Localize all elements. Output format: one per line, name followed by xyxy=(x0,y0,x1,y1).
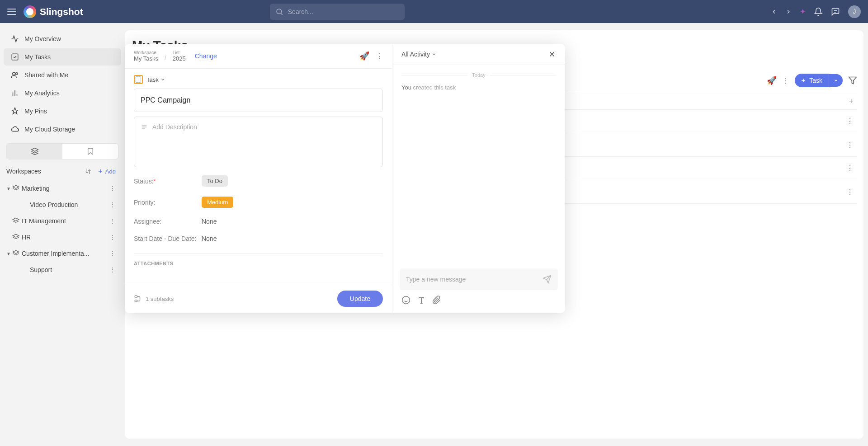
more-icon[interactable]: ⋮ xyxy=(846,141,854,149)
svg-rect-24 xyxy=(135,300,137,302)
filter-button[interactable] xyxy=(848,76,857,85)
more-icon[interactable]: ⋮ xyxy=(782,76,789,85)
change-link[interactable]: Change xyxy=(195,52,217,60)
priority-badge[interactable]: Medium xyxy=(202,197,233,208)
plus-icon xyxy=(97,168,104,174)
message-compose[interactable] xyxy=(400,268,558,290)
workspace-video-production[interactable]: Video Production⋮ xyxy=(4,197,121,213)
more-icon[interactable]: ⋮ xyxy=(846,164,854,173)
pin-icon xyxy=(11,107,19,115)
toggle-bookmarks[interactable] xyxy=(62,144,118,159)
logo[interactable]: Slingshot xyxy=(24,5,83,18)
sidebar-item-pins[interactable]: My Pins xyxy=(4,103,121,120)
svg-point-29 xyxy=(402,296,410,304)
search-input[interactable] xyxy=(288,8,399,15)
svg-rect-23 xyxy=(135,296,137,297)
task-dropdown-button[interactable] xyxy=(829,74,843,87)
messages-icon[interactable] xyxy=(831,7,840,16)
more-icon[interactable]: ⋮ xyxy=(107,266,118,273)
activity-icon xyxy=(11,35,19,43)
chevron-down-icon xyxy=(432,52,436,56)
ai-icon[interactable]: ✦ xyxy=(800,7,806,16)
more-icon[interactable]: ⋮ xyxy=(107,250,118,257)
sidebar: My Overview My Tasks Shared with Me My A… xyxy=(0,23,125,446)
svg-marker-16 xyxy=(13,250,19,254)
status-badge[interactable]: To Do xyxy=(202,175,228,187)
task-button[interactable]: Task xyxy=(795,74,829,87)
filter-icon xyxy=(848,76,857,85)
dates-value[interactable]: None xyxy=(202,235,217,242)
rocket-icon[interactable]: 🚀 xyxy=(359,51,369,61)
bookmark-icon xyxy=(86,147,94,155)
sidebar-item-analytics[interactable]: My Analytics xyxy=(4,85,121,102)
svg-marker-19 xyxy=(849,77,857,84)
more-icon[interactable]: ⋮ xyxy=(846,188,854,196)
assignee-value[interactable]: None xyxy=(202,218,217,225)
workspaces-label: Workspaces xyxy=(6,168,41,175)
attach-button[interactable] xyxy=(432,296,441,306)
task-title-input[interactable] xyxy=(134,89,383,112)
send-icon xyxy=(542,275,552,284)
cloud-icon xyxy=(11,125,19,133)
today-label: Today xyxy=(472,72,485,78)
sidebar-item-cloud[interactable]: My Cloud Storage xyxy=(4,121,121,138)
more-icon[interactable]: ⋮ xyxy=(107,217,118,225)
send-button[interactable] xyxy=(542,275,552,284)
sidebar-item-shared[interactable]: Shared with Me xyxy=(4,66,121,84)
sort-button[interactable] xyxy=(82,168,94,175)
svg-marker-13 xyxy=(13,185,19,188)
breadcrumb-list-value[interactable]: 2025 xyxy=(173,55,186,62)
layers-icon xyxy=(12,250,20,257)
search-bar[interactable] xyxy=(270,4,405,20)
rocket-icon[interactable]: 🚀 xyxy=(767,75,777,85)
workspace-it-management[interactable]: IT Management⋮ xyxy=(4,213,121,229)
more-icon[interactable]: ⋮ xyxy=(376,52,383,61)
status-label: Status:* xyxy=(134,178,202,185)
logo-text: Slingshot xyxy=(40,6,83,17)
task-type-dropdown[interactable]: Task xyxy=(146,76,165,83)
format-button[interactable]: T xyxy=(419,296,424,306)
subtasks-link[interactable]: 1 subtasks xyxy=(134,295,174,303)
nav-back-button[interactable] xyxy=(771,9,777,15)
svg-point-5 xyxy=(13,72,15,75)
topbar: Slingshot ✦ J xyxy=(0,0,868,23)
activity-filter-dropdown[interactable]: All Activity xyxy=(401,51,436,58)
emoji-button[interactable] xyxy=(401,296,410,306)
message-input[interactable] xyxy=(406,276,542,283)
add-workspace-button[interactable]: Add xyxy=(94,168,118,175)
sidebar-item-overview[interactable]: My Overview xyxy=(4,30,121,47)
chart-icon xyxy=(11,89,19,97)
update-button[interactable]: Update xyxy=(337,291,383,307)
nav-forward-button[interactable] xyxy=(785,9,792,15)
breadcrumb-workspace-label: Workspace xyxy=(134,50,158,55)
avatar[interactable]: J xyxy=(848,5,861,18)
svg-marker-15 xyxy=(13,234,19,237)
workspace-marketing[interactable]: ▼Marketing⋮ xyxy=(4,180,121,197)
more-icon[interactable]: ⋮ xyxy=(846,117,854,126)
svg-rect-4 xyxy=(12,54,18,60)
priority-label: Priority: xyxy=(134,199,202,206)
breadcrumb-workspace-value[interactable]: My Tasks xyxy=(134,55,158,62)
workspace-support[interactable]: Support⋮ xyxy=(4,262,121,278)
description-input[interactable]: Add Description xyxy=(134,117,383,167)
more-icon[interactable]: ⋮ xyxy=(107,201,118,208)
workspace-hr[interactable]: HR⋮ xyxy=(4,229,121,245)
close-button[interactable] xyxy=(548,50,556,58)
dates-label: Start Date - Due Date: xyxy=(134,235,202,242)
toggle-workspaces[interactable] xyxy=(7,144,62,159)
more-icon[interactable]: ⋮ xyxy=(107,234,118,241)
sidebar-item-my-tasks[interactable]: My Tasks xyxy=(4,48,121,66)
text-icon xyxy=(141,123,148,131)
chevron-down-icon xyxy=(834,78,838,83)
task-modal: WorkspaceMy Tasks / List2025 Change 🚀 ⋮ … xyxy=(125,44,565,313)
menu-button[interactable] xyxy=(7,9,16,15)
paperclip-icon xyxy=(432,296,441,305)
layers-icon xyxy=(12,234,20,241)
workspace-customer-impl[interactable]: ▼Customer Implementa...⋮ xyxy=(4,245,121,262)
more-icon[interactable]: ⋮ xyxy=(107,185,118,192)
users-icon xyxy=(11,71,19,79)
svg-point-0 xyxy=(277,9,282,14)
add-column-button[interactable]: + xyxy=(849,97,854,106)
notifications-icon[interactable] xyxy=(814,7,823,16)
activity-entry: You created this task xyxy=(401,84,556,91)
